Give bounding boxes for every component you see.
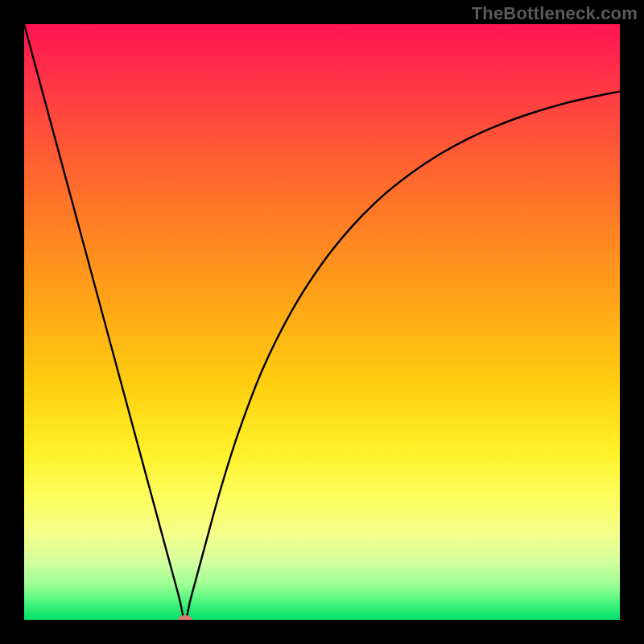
- watermark-text: TheBottleneck.com: [472, 3, 638, 24]
- bottleneck-curve: [24, 24, 620, 620]
- chart-frame: TheBottleneck.com: [0, 0, 644, 644]
- plot-area: [24, 24, 620, 620]
- minimum-marker: [178, 615, 192, 620]
- curve-layer: [24, 24, 620, 620]
